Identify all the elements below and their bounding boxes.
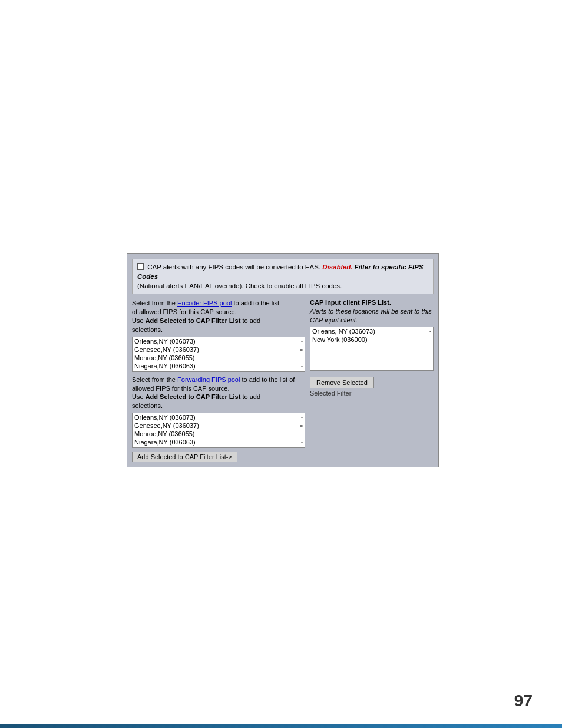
- forwarding-text4: Use: [132, 393, 144, 400]
- encoder-text1: Select from the: [132, 299, 176, 307]
- list-item[interactable]: Monroe,NY (036055)-: [133, 430, 305, 438]
- encoder-fips-pool-link[interactable]: Encoder FIPS pool: [177, 299, 232, 307]
- encoder-text5: to add: [242, 317, 260, 324]
- cap-fips-list-subtext: Alerts to these locations will be sent t…: [310, 307, 434, 324]
- list-item[interactable]: New York (036000): [310, 335, 433, 344]
- forwarding-section-text: Select from the Forwarding FIPS pool to …: [132, 375, 305, 410]
- disabled-label: Disabled.: [322, 263, 352, 271]
- list-item[interactable]: Genesee,NY (036037)=: [133, 421, 305, 430]
- fips-checkbox[interactable]: [137, 263, 144, 270]
- forwarding-listbox[interactable]: Orleans,NY (036073)- Genesee,NY (036037)…: [132, 413, 305, 448]
- list-item[interactable]: Monroe,NY (036055)-: [133, 354, 305, 362]
- forwarding-text1: Select from the: [132, 376, 176, 383]
- forwarding-bold: Add Selected to CAP Filter List: [146, 393, 241, 400]
- encoder-section-text: Select from the Encoder FIPS pool to add…: [132, 299, 305, 334]
- list-item[interactable]: Orleans,NY (036073)-: [133, 337, 305, 345]
- national-text: (National alerts EAN/EAT override).: [137, 282, 243, 289]
- list-item[interactable]: Genesee,NY (036037)=: [133, 345, 305, 354]
- forwarding-text6: selections.: [132, 402, 163, 409]
- list-item[interactable]: Orleans, NY (036073)-: [310, 327, 433, 335]
- encoder-text4: Use: [132, 317, 144, 324]
- encoder-text6: selections.: [132, 326, 163, 333]
- check-text: Check to enable all FIPS codes.: [246, 282, 342, 289]
- notice-checkbox-label: CAP alerts with any FIPS codes will be c…: [147, 263, 320, 271]
- encoder-text2: to add to the list: [233, 299, 279, 307]
- left-section: Select from the Encoder FIPS pool to add…: [132, 299, 305, 462]
- list-item[interactable]: Niagara,NY (036063)-: [133, 362, 305, 370]
- encoder-text3: of allowed FIPS for this CAP source.: [132, 308, 237, 315]
- forwarding-fips-pool-link[interactable]: Forwarding FIPS pool: [177, 376, 240, 383]
- top-notice: CAP alerts with any FIPS codes will be c…: [132, 259, 434, 294]
- cap-fips-listbox[interactable]: Orleans, NY (036073)- New York (036000): [310, 327, 434, 371]
- add-selected-button[interactable]: Add Selected to CAP Filter List->: [132, 452, 237, 462]
- main-panel: CAP alerts with any FIPS codes will be c…: [127, 253, 439, 467]
- encoder-listbox[interactable]: Orleans,NY (036073)- Genesee,NY (036037)…: [132, 337, 305, 372]
- forwarding-text2: to add to the: [242, 376, 278, 383]
- remove-selected-button[interactable]: Remove Selected: [310, 377, 374, 388]
- selected-filter-label: Selected Filter -: [310, 390, 434, 397]
- bottom-bar: [0, 724, 562, 728]
- page-number: 97: [514, 691, 533, 710]
- list-item[interactable]: Orleans,NY (036073)-: [133, 413, 305, 421]
- list-item[interactable]: Niagara,NY (036063)-: [133, 438, 305, 446]
- right-section: CAP input client FIPS List. Alerts to th…: [310, 299, 434, 462]
- encoder-bold: Add Selected to CAP Filter List: [146, 317, 241, 324]
- cap-fips-list-heading: CAP input client FIPS List.: [310, 299, 434, 306]
- notice-text-main: CAP alerts with any FIPS codes will be c…: [137, 263, 424, 280]
- forwarding-text5: to add: [242, 393, 260, 400]
- content-area: Select from the Encoder FIPS pool to add…: [132, 299, 434, 462]
